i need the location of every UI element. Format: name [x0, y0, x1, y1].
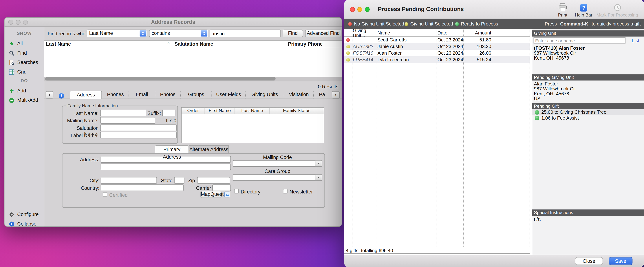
close-icon[interactable]: [8, 20, 13, 25]
column-primary-phone[interactable]: Primary Phone: [288, 41, 323, 47]
results-list[interactable]: [44, 47, 342, 77]
giving-unit-search-input[interactable]: [534, 38, 626, 44]
record-tabbar: ‹ i Address Phones Email Photos Groups U…: [44, 91, 342, 99]
newsletter-checkbox[interactable]: [283, 189, 288, 194]
column-amount[interactable]: Amount: [463, 30, 493, 36]
window-title: Address Records: [4, 18, 342, 26]
tab-email[interactable]: Email: [129, 91, 155, 99]
column-giving-unit[interactable]: Giving Unit...: [352, 28, 377, 38]
gift-row[interactable]: FOST410 Alan Foster Oct 23 2024 26.06: [344, 50, 530, 56]
field-select[interactable]: Last Name: [87, 30, 147, 38]
tab-info[interactable]: i: [54, 91, 69, 99]
pending-unit-line: 987 Willowbrook Cir: [534, 86, 576, 91]
sidebar-item-collapse[interactable]: Collapse: [4, 219, 44, 228]
mailing-name-input[interactable]: [100, 117, 155, 124]
pending-gift-item[interactable]: + 25.00 to Giving Christmas Tree: [532, 109, 644, 115]
special-instructions-header: Special Instructions: [532, 210, 644, 216]
contributions-window: Process Pending Contributions Print ? He…: [344, 0, 644, 267]
salutation-name-input[interactable]: [100, 124, 177, 131]
state-input[interactable]: [174, 177, 184, 184]
window-title: Process Pending Contributions: [378, 6, 464, 12]
zip-input[interactable]: [197, 177, 230, 184]
find-button[interactable]: Find: [282, 30, 303, 38]
sidebar-item-searches[interactable]: Searches: [4, 58, 44, 67]
column-salutation-name[interactable]: Salutation Name: [174, 41, 213, 47]
sidebar-item-find[interactable]: Find: [4, 48, 44, 58]
operator-select-value: contains: [150, 30, 200, 37]
print-button[interactable]: Print: [553, 2, 573, 17]
status-legend-bar: No Giving Unit Selected Giving Unit Sele…: [344, 19, 644, 29]
close-icon[interactable]: [350, 7, 355, 12]
sort-indicator[interactable]: ^: [168, 41, 170, 46]
save-button[interactable]: Save: [608, 257, 632, 265]
mailing-code-value: [233, 161, 315, 166]
gifts-table-header: Giving Unit... Name Date Amount: [344, 30, 530, 36]
tab-groups[interactable]: Groups: [181, 91, 212, 99]
sidebar-item-label: Collapse: [17, 221, 36, 227]
city-input[interactable]: [101, 177, 157, 184]
sidebar-show-label: SHOW: [4, 31, 44, 36]
directory-checkbox[interactable]: [234, 189, 239, 194]
gifts-summary: 4 gifts, totalling 696.40: [344, 247, 530, 254]
minimize-icon[interactable]: [358, 7, 362, 12]
mailing-code-select[interactable]: [233, 160, 322, 167]
tab-alternate-address[interactable]: Alternate Address: [189, 146, 229, 153]
advanced-find-button[interactable]: Advanced Find: [305, 30, 341, 38]
column-last-name[interactable]: Last Name: [235, 108, 270, 114]
country-input[interactable]: [101, 184, 184, 191]
legend-label: Giving Unit Selected: [410, 21, 453, 26]
horizontal-scrollbar[interactable]: [44, 77, 342, 82]
column-name[interactable]: Name: [377, 30, 436, 36]
zoom-icon[interactable]: [23, 20, 28, 25]
tab-visitation[interactable]: Visitation: [284, 91, 314, 99]
field-select-value: Last Name: [87, 30, 139, 37]
column-order[interactable]: Order: [182, 108, 205, 114]
suffix-input[interactable]: [162, 110, 176, 116]
selected-unit-address2: Kent, OH 45678: [534, 56, 569, 60]
tab-phones[interactable]: Phones: [102, 91, 129, 99]
last-name-input[interactable]: [100, 110, 146, 116]
care-group-select[interactable]: [233, 174, 322, 181]
sidebar-item-grid[interactable]: Grid: [4, 67, 44, 76]
column-first-name[interactable]: First Name: [205, 108, 235, 114]
column-family-status[interactable]: Family Status: [270, 108, 324, 114]
operator-select[interactable]: contains: [149, 30, 208, 38]
chevron-right-icon[interactable]: ›: [332, 91, 340, 98]
label-name-input[interactable]: [100, 132, 177, 138]
multi-add-icon: [8, 98, 15, 103]
scrollbar-thumb[interactable]: [45, 77, 276, 80]
command-k-hint: Press Command-K to quickly process a gif…: [545, 19, 641, 29]
gift-row[interactable]: FREE414 Lyla Freedman Oct 23 2024 515.24: [344, 56, 530, 63]
sidebar-item-all[interactable]: * All: [4, 39, 44, 48]
tab-address[interactable]: Address: [70, 91, 102, 99]
column-date[interactable]: Date: [436, 30, 464, 36]
tab-primary-address[interactable]: Primary Address: [155, 146, 189, 153]
yellow-dot-icon: [404, 22, 408, 26]
carrier-sort-input[interactable]: [212, 184, 231, 191]
minimize-icon[interactable]: [16, 20, 20, 25]
gift-row[interactable]: Scott Garretts Oct 23 2024 51.80: [344, 36, 530, 43]
column-last-name[interactable]: Last Name: [46, 41, 71, 47]
pending-gift-item[interactable]: + 1.06 to Fee Assist: [532, 115, 644, 121]
list-link[interactable]: List: [632, 38, 640, 44]
mapquest-icon[interactable]: [224, 192, 230, 199]
printer-icon: [553, 2, 573, 11]
chevron-left-icon[interactable]: ‹: [46, 91, 54, 98]
sidebar-item-add[interactable]: + Add: [4, 86, 44, 95]
sidebar-item-configure[interactable]: Configure: [4, 210, 44, 219]
sidebar-item-multi-add[interactable]: Multi-Add: [4, 96, 44, 105]
searches-icon: [8, 60, 15, 65]
tab-giving-units[interactable]: Giving Units: [246, 91, 284, 99]
contrib-titlebar[interactable]: Process Pending Contributions Print ? He…: [344, 0, 644, 19]
zoom-icon[interactable]: [365, 7, 370, 12]
close-button[interactable]: Close: [575, 257, 603, 265]
tab-user-fields[interactable]: User Fields: [212, 91, 246, 99]
mapquest-button[interactable]: MapQuest: [200, 191, 222, 198]
tab-pastoral[interactable]: Pa: [314, 91, 330, 99]
tab-photos[interactable]: Photos: [155, 91, 181, 99]
address-window-titlebar[interactable]: Address Records: [4, 18, 342, 26]
address-line2-input[interactable]: [101, 164, 231, 170]
search-input[interactable]: [210, 30, 280, 38]
gift-row[interactable]: AUST382 Janie Austin Oct 23 2024 103.30: [344, 43, 530, 50]
certified-checkbox[interactable]: [103, 192, 107, 197]
